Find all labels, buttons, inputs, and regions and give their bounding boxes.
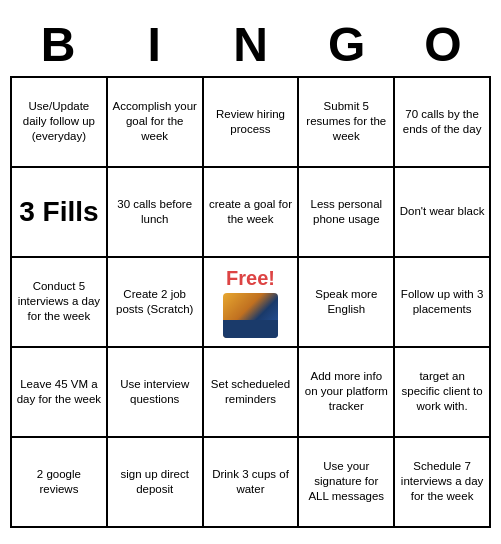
- bingo-cell-r0c4[interactable]: 70 calls by the ends of the day: [395, 78, 491, 168]
- bingo-cell-r2c3[interactable]: Speak more English: [299, 258, 395, 348]
- bingo-letter-o: O: [398, 17, 488, 72]
- bingo-letter-n: N: [205, 17, 295, 72]
- bingo-cell-r4c0[interactable]: 2 google reviews: [12, 438, 108, 528]
- bingo-cell-r0c2[interactable]: Review hiring process: [204, 78, 300, 168]
- bingo-cell-r2c4[interactable]: Follow up with 3 placements: [395, 258, 491, 348]
- free-cell-content: Free!: [223, 265, 278, 338]
- bingo-cell-r2c0[interactable]: Conduct 5 interviews a day for the week: [12, 258, 108, 348]
- bingo-letter-b: B: [13, 17, 103, 72]
- bingo-header: BINGO: [10, 17, 491, 72]
- bingo-cell-r4c4[interactable]: Schedule 7 interviews a day for the week: [395, 438, 491, 528]
- bingo-cell-r1c3[interactable]: Less personal phone usage: [299, 168, 395, 258]
- bingo-cell-r2c2[interactable]: Free!: [204, 258, 300, 348]
- bingo-letter-g: G: [302, 17, 392, 72]
- bingo-cell-r3c0[interactable]: Leave 45 VM a day for the week: [12, 348, 108, 438]
- bingo-cell-r0c3[interactable]: Submit 5 resumes for the week: [299, 78, 395, 168]
- bingo-cell-r4c2[interactable]: Drink 3 cups of water: [204, 438, 300, 528]
- bingo-cell-r1c4[interactable]: Don't wear black: [395, 168, 491, 258]
- bingo-card: BINGO Use/Update daily follow up (everyd…: [0, 7, 501, 538]
- bingo-cell-r4c1[interactable]: sign up direct deposit: [108, 438, 204, 528]
- bingo-cell-r3c2[interactable]: Set schedueled reminders: [204, 348, 300, 438]
- bingo-cell-r3c3[interactable]: Add more info on your platform tracker: [299, 348, 395, 438]
- bingo-cell-r1c2[interactable]: create a goal for the week: [204, 168, 300, 258]
- bingo-cell-r3c1[interactable]: Use interview questions: [108, 348, 204, 438]
- bingo-cell-r0c1[interactable]: Accomplish your goal for the week: [108, 78, 204, 168]
- bingo-grid: Use/Update daily follow up (everyday)Acc…: [10, 76, 491, 528]
- bingo-cell-r0c0[interactable]: Use/Update daily follow up (everyday): [12, 78, 108, 168]
- bingo-cell-r2c1[interactable]: Create 2 job posts (Scratch): [108, 258, 204, 348]
- bingo-cell-r1c1[interactable]: 30 calls before lunch: [108, 168, 204, 258]
- free-image: [223, 293, 278, 338]
- free-label: Free!: [226, 265, 275, 291]
- bingo-cell-r3c4[interactable]: target an specific client to work with.: [395, 348, 491, 438]
- bingo-letter-i: I: [109, 17, 199, 72]
- bingo-cell-r1c0[interactable]: 3 Fills: [12, 168, 108, 258]
- bingo-cell-r4c3[interactable]: Use your signature for ALL messages: [299, 438, 395, 528]
